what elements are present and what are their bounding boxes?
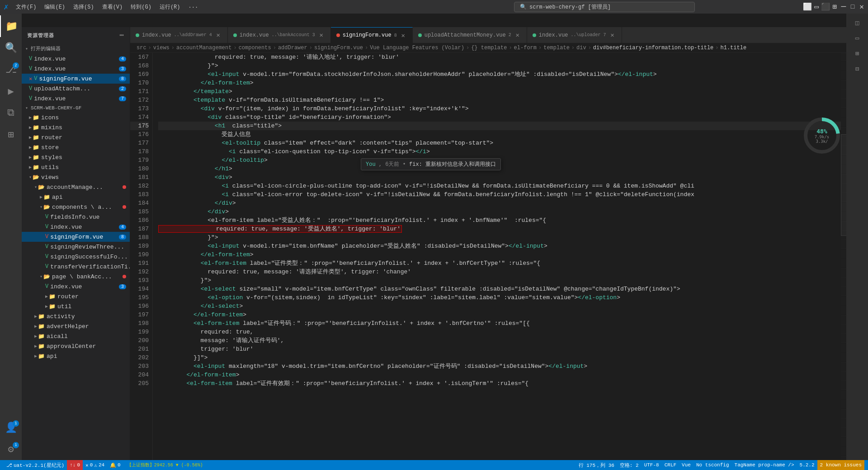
activity-source-control[interactable]: ⎇ 2 [0,59,22,80]
breadcrumb-template[interactable]: {} template [471,45,507,51]
sidebar-toggle-icon[interactable]: ⬛ [823,4,828,9]
folder-store[interactable]: ▶ 📁 store [22,142,130,152]
activity-explorer[interactable]: 📁 [0,15,22,37]
activity-account[interactable]: 👤 1 [0,417,22,438]
right-panel-icon4[interactable]: ⊟ [849,61,865,76]
breadcrumb-elform[interactable]: el-form [514,45,537,51]
status-notifications[interactable]: 🔔 0 [107,460,123,470]
project-section[interactable]: ▾ SCRM-WEB-CHERY-GF [22,103,130,113]
file-signingReview[interactable]: V signingReviewThree... [22,242,130,252]
status-known-issues[interactable]: 2 known issues [817,460,864,470]
activity-remote[interactable]: ⊞ [0,124,22,146]
folder-activity[interactable]: ▶ 📁 activity [22,311,130,321]
ai-widget[interactable]: 48% 7.9k/s 3.3k/ [804,118,840,154]
tab-close4[interactable]: ✕ [514,32,521,39]
file-signingForm[interactable]: V signingForm.vue 8 [22,232,130,242]
status-lineending[interactable]: CRLF [662,460,679,470]
open-editor-index5[interactable]: V index.vue 7 [22,94,130,103]
folder-api2[interactable]: ▶ 📁 api [22,351,130,361]
status-tsconfig[interactable]: No tsconfig [693,460,732,470]
folder-utils[interactable]: ▶ 📁 utils [22,162,130,172]
folder-aicall[interactable]: ▶ 📁 aicall [22,331,130,341]
breadcrumb-src[interactable]: src [137,45,146,51]
breadcrumb-h1[interactable]: h1.title [721,45,747,51]
menu-view[interactable]: 查看(V) [99,2,127,12]
status-errors[interactable]: ✕ 0 ⚠ 24 [83,460,107,470]
minimize-btn[interactable]: ─ [841,4,846,9]
maximize-btn[interactable]: □ [850,4,855,9]
breadcrumb-views[interactable]: views [153,45,170,51]
activity-search[interactable]: 🔍 [0,37,22,59]
folder-mixins[interactable]: ▶ 📁 mixins [22,122,130,132]
folder-router-bank[interactable]: ▶ 📁 router [22,291,130,301]
file-index-component[interactable]: V index.vue 4 [22,222,130,232]
sidebar-more-icon[interactable]: ⋯ [119,31,124,40]
tab-signing[interactable]: signingForm.vue 8 ✕ [331,27,413,43]
tab-upload[interactable]: uploadAttachmentMoney.vue 2 ✕ [413,27,527,43]
tab-close2[interactable]: ✕ [318,32,325,39]
open-editor-index1[interactable]: V index.vue 4 [22,54,130,64]
folder-accountManage[interactable]: ▾ 📂 accountManage... [22,182,130,192]
menu-select[interactable]: 选择(S) [70,2,98,12]
file-signingSuccessful[interactable]: V signingSuccessfulFo... [22,252,130,262]
close-btn[interactable]: ✕ [859,4,864,9]
code-area[interactable]: You , 6天前 • fix: 重新核对信息录入和调用接口 required:… [153,53,841,460]
breadcrumb-components[interactable]: components [239,45,271,51]
folder-advertHelper[interactable]: ▶ 📁 advertHelper [22,321,130,331]
folder-styles[interactable]: ▶ 📁 styles [22,152,130,162]
folder-components[interactable]: ▾ 📂 components \ a... [22,202,130,212]
folder-router-top[interactable]: ▶ 📁 router [22,132,130,142]
open-editor-signing[interactable]: ✕ V signingForm.vue 8 [22,74,130,84]
file-index-bank[interactable]: V index.vue 3 [22,282,130,291]
status-tagname[interactable]: TagName prop-name /> [732,460,797,470]
menu-edit[interactable]: 编辑(E) [41,2,69,12]
panel-icon[interactable]: ▭ [814,4,819,9]
status-branch[interactable]: ⎇ uat-v2.2.1(星纪元) [4,460,67,470]
open-editors-section[interactable]: ▾ 打开的编辑器 [22,43,130,54]
status-version[interactable]: 5.2.2 [797,460,817,470]
breadcrumb-account[interactable]: accountManagement [176,45,231,51]
close-editor-icon[interactable]: ✕ [29,75,32,82]
tab-close5[interactable]: ✕ [609,32,616,39]
breadcrumb-signing[interactable]: signingForm.vue [314,45,363,51]
status-spaces[interactable]: 空格: 2 [617,460,642,470]
menu-run[interactable]: 运行(R) [156,2,184,12]
open-editor-upload[interactable]: V uploadAttachm... 2 [22,84,130,94]
status-encoding[interactable]: UTF-8 [642,460,662,470]
breadcrumb-template2[interactable]: template [543,45,570,51]
status-language[interactable]: Vue [679,460,693,470]
breadcrumb-volar[interactable]: Vue Language Features (Volar) [370,45,464,51]
menu-goto[interactable]: 转到(G) [127,2,155,12]
right-panel-icon1[interactable]: ◫ [849,27,865,30]
folder-util[interactable]: ▶ 📁 util [22,301,130,311]
right-panel-icon3[interactable]: ⊞ [849,46,865,61]
search-bar[interactable]: 🔍 scrm-web-chery-gf [管理员] [514,2,695,12]
activity-settings[interactable]: ⚙ 1 [0,438,22,460]
file-transferVerification[interactable]: V transferVerificationTi... [22,262,130,272]
layout2-icon[interactable]: ⊞ [832,4,837,9]
tab-index1[interactable]: index.vue ..\addDrawer 4 ✕ [130,27,228,43]
status-sync[interactable]: ↑↓ 0 [67,460,83,470]
menu-more[interactable]: ... [185,2,202,12]
status-position[interactable]: 行 175，列 36 [576,460,617,470]
breadcrumb-divid[interactable]: div#beneficiary-information.top-title [593,45,713,51]
folder-views[interactable]: ▾ 📂 views [22,172,130,182]
layout-icon[interactable]: ⬜ [805,4,810,9]
folder-api[interactable]: ▶ 📁 api [22,192,130,202]
right-panel-icon2[interactable]: ▭ [849,31,865,45]
folder-icons[interactable]: ▶ 📁 icons [22,113,130,122]
breadcrumb-drawer[interactable]: addDrawer [278,45,307,51]
line-number-176: 176 [130,130,149,139]
menu-file[interactable]: 文件(F) [12,2,40,12]
breadcrumb-div[interactable]: div [576,45,586,51]
open-editor-index2[interactable]: V index.vue 3 [22,64,130,74]
file-fieldsInfo[interactable]: V fieldsInfo.vue [22,212,130,222]
folder-approvalCenter[interactable]: ▶ 📁 approvalCenter [22,341,130,351]
tab-close1[interactable]: ✕ [215,32,222,39]
tab-index5[interactable]: index.vue ..\uploader 7 ✕ [527,27,622,43]
activity-extensions[interactable]: ⧉ [0,102,22,124]
tab-close3[interactable]: ✕ [400,32,407,39]
activity-run[interactable]: ▶ [0,80,22,102]
folder-bankAcc[interactable]: ▾ 📂 page \ bankAcc... [22,272,130,282]
tab-index2[interactable]: index.vue ..\bankAccount 3 ✕ [228,27,331,43]
